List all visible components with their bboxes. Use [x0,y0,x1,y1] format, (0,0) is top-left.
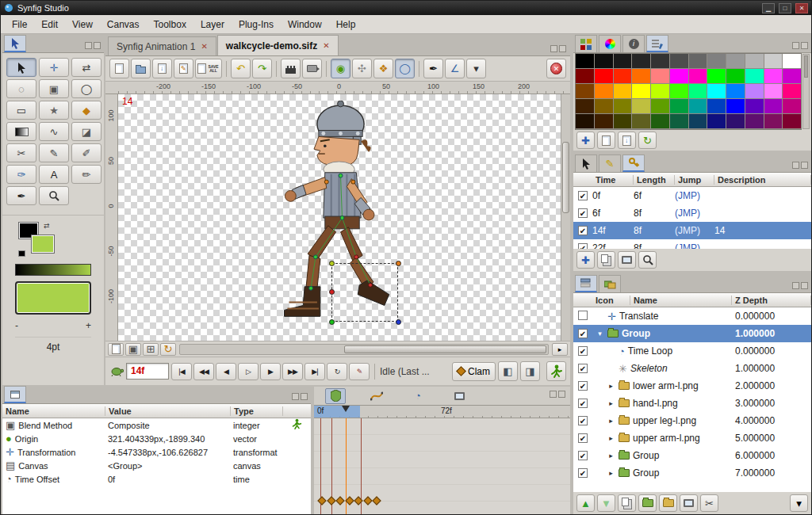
close-icon[interactable]: ✕ [795,3,808,13]
export-layer-button[interactable] [659,494,677,512]
layer-row[interactable]: ✔▸lower arm-l.png2.000000 [573,377,811,395]
default-colors-icon[interactable] [18,250,25,257]
panel-detach-button[interactable] [792,42,799,49]
brush-tool[interactable]: ✒ [6,186,36,205]
scrollbar-thumb[interactable] [344,345,546,353]
layers-tab[interactable] [575,275,597,292]
panels-toggle-button[interactable]: ▣ [125,343,141,356]
scale-tool[interactable]: ▣ [39,79,69,98]
color-wheel-tab[interactable] [599,35,621,52]
keyframes-tab[interactable] [622,154,645,172]
swap-colors-icon[interactable]: ⇄ [44,222,50,230]
expander-icon[interactable]: ▸ [607,382,615,390]
palette-swatch[interactable] [576,84,594,98]
cutout-tool[interactable]: ✂ [6,143,36,162]
palette-swatch[interactable] [632,54,650,68]
time-cursor-icon[interactable] [342,406,350,412]
fill-color-swatch[interactable] [31,235,55,254]
palette-swatch[interactable] [783,99,801,113]
library-tab[interactable] [599,275,621,292]
new-group-layer-button[interactable] [638,494,657,512]
expander-icon[interactable]: ▸ [607,434,615,442]
text-tool[interactable]: A [39,165,69,184]
canvas[interactable]: 14 [118,94,561,341]
parameter-value[interactable]: Composite [105,421,231,430]
palette-swatch[interactable] [745,69,764,83]
open-button[interactable] [131,59,151,78]
parameter-value[interactable]: -4.547338px,-106.626827 [105,448,231,457]
menu-canvas[interactable]: Canvas [101,17,146,32]
panel-close-button[interactable] [801,42,808,49]
palette-swatch[interactable] [651,99,669,113]
tab-close-icon[interactable]: ✕ [323,41,329,50]
palette-colors-tab[interactable] [575,35,597,52]
transform-tool[interactable] [6,58,36,77]
curves-tab[interactable] [366,388,387,404]
canvas-horizontal-scrollbar[interactable] [179,344,549,355]
palette-swatch[interactable] [689,69,707,83]
menu-edit[interactable]: Edit [35,17,64,32]
palette-swatch[interactable] [764,69,783,83]
layer-row[interactable]: ✔▸upper arm-l.png5.000000 [573,429,811,447]
parameter-value[interactable]: <Group> [105,461,231,471]
palette-swatch[interactable] [745,99,764,113]
palette-swatch[interactable] [576,54,594,68]
eyedrop-tool[interactable]: ✑ [6,165,36,184]
sketch-tool[interactable]: ✐ [71,143,102,162]
palette-swatch[interactable] [689,54,707,68]
fill-tool[interactable]: ◪ [71,122,102,141]
palette-swatch[interactable] [783,114,801,128]
palette-scrollbar[interactable] [802,54,810,129]
menu-file[interactable]: File [6,17,33,32]
menu-help[interactable]: Help [330,17,362,32]
undo-button[interactable]: ↶ [231,59,251,78]
keyframe-lock-button[interactable]: ✣ [352,59,372,78]
palette-swatch[interactable] [614,84,632,98]
palette-swatch[interactable] [707,84,726,98]
waypoint-icon[interactable] [327,496,335,505]
maximize-icon[interactable]: □ [779,3,791,13]
waypoint-icon[interactable] [354,496,363,505]
handle-bottom-right[interactable] [396,319,401,325]
menu-layer[interactable]: Layer [194,17,231,32]
save-palette-button[interactable] [618,132,636,149]
add-color-button[interactable]: ✚ [576,132,595,149]
handle-rotation[interactable] [329,289,335,295]
parameters-tab[interactable] [4,386,26,403]
waypoint-icon[interactable] [336,496,345,505]
seek-prev-frame-button[interactable]: ◀ [216,363,236,380]
parameter-row[interactable]: ◔Time Offset0ftime [2,472,311,486]
parameter-value[interactable]: 0f [105,475,231,484]
panel-detach-button[interactable] [550,45,557,52]
panel-close-button[interactable] [559,45,566,52]
draw-tool[interactable]: ✎ [39,143,69,162]
low-res-button[interactable]: ◯ [395,59,415,78]
keyframe-row[interactable]: ✔14f8f(JMP)14 [573,222,811,239]
panel-close-button[interactable] [94,42,101,49]
current-fill-swatch[interactable] [15,281,91,315]
layer-visibility-checkbox[interactable]: ✔ [578,346,588,356]
grid-toggle-button[interactable]: ⊞ [143,343,159,356]
render-button[interactable] [281,59,301,78]
seek-prev-keyframe-button[interactable]: ◀◀ [193,363,214,380]
scroll-end-button[interactable]: ▸ [552,343,568,356]
save-all-button[interactable]: SAVE ALL [195,59,222,78]
scrollbar-thumb[interactable] [804,55,808,78]
past-keyframes-button[interactable]: ◉ [331,59,350,78]
increase-size-button[interactable]: + [86,320,91,331]
expander-icon[interactable]: ▸ [607,452,615,460]
smooth-move-tool[interactable]: ✛ [39,58,69,77]
keyframe-row[interactable]: ✔22f8f(JMP) [573,239,811,249]
panel-detach-button[interactable] [550,391,557,398]
timetrack-body[interactable] [314,418,570,514]
keyframe-clock-tab[interactable]: ◔ [408,388,428,404]
palette-swatch[interactable] [764,84,783,98]
lasso-tool[interactable]: ◌ [6,79,36,98]
palette-swatch[interactable] [689,99,707,113]
expander-icon[interactable]: ▸ [607,399,615,407]
palette-swatch[interactable] [576,114,594,128]
palette-swatch[interactable] [745,114,764,128]
new-doc-button[interactable] [109,59,129,78]
panel-close-button[interactable] [801,162,808,169]
lock-future-keyframe-button[interactable]: ◨ [520,361,540,381]
